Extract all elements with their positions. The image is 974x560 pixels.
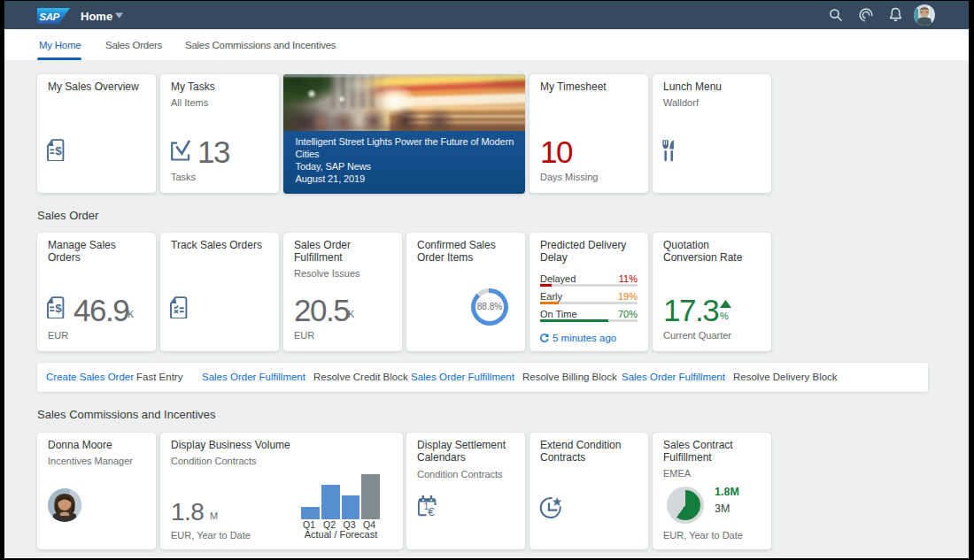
svg-text:SAP: SAP bbox=[40, 11, 60, 21]
svg-text:€: € bbox=[428, 505, 435, 518]
